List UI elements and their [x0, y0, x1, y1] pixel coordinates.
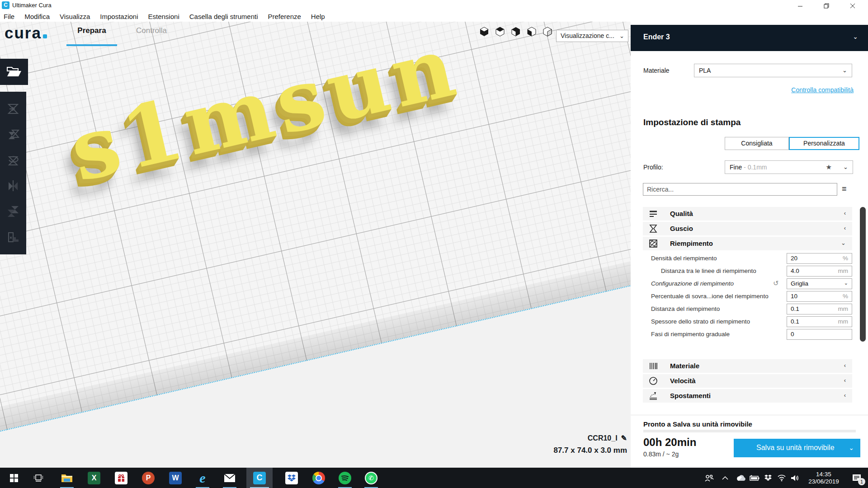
profile-dropdown[interactable]: Fine - 0.1mm ★ ⌄ [725, 160, 853, 174]
view-cube5-icon[interactable] [542, 26, 552, 37]
model-name[interactable]: CCR10_I✎ [553, 434, 627, 442]
menu-visualizza[interactable]: Visualizza [55, 13, 95, 20]
windows-taskbar: X P W e C [0, 468, 868, 488]
wifi-icon[interactable] [775, 468, 788, 488]
menu-preferenze[interactable]: Preferenze [263, 13, 306, 20]
save-removable-button[interactable]: Salva su unità rimovibile ⌄ [734, 439, 860, 457]
dropbox-button[interactable] [281, 468, 302, 488]
powerpoint-button[interactable]: P [138, 468, 159, 488]
star-icon[interactable]: ★ [826, 161, 832, 174]
chevron-down-icon: ⌄ [842, 64, 847, 77]
category-shell[interactable]: Guscio‹ [643, 222, 852, 235]
print-time: 00h 20min [643, 436, 696, 449]
clock-time: 14:35 [802, 471, 845, 478]
open-file-button[interactable] [0, 59, 28, 85]
dropbox-tray-icon[interactable] [761, 468, 775, 488]
recommended-mode-button[interactable]: Consigliata [725, 137, 789, 150]
printer-selector[interactable]: Ender 3 ⌄ [631, 25, 868, 51]
tab-controlla[interactable]: Controlla [133, 26, 170, 35]
mail-button[interactable] [219, 468, 240, 488]
task-view-button[interactable] [28, 468, 49, 488]
material-icon [648, 361, 658, 371]
chevron-left-icon: ‹ [844, 392, 846, 399]
menu-modifica[interactable]: Modifica [19, 13, 55, 20]
category-material[interactable]: Materiale‹ [643, 359, 852, 373]
save-section: Pronto a Salva su unità rimovibile 00h 2… [631, 415, 868, 468]
menu-impostazioni[interactable]: Impostazioni [95, 13, 143, 20]
support-blocker-icon[interactable] [6, 230, 20, 244]
settings-menu-icon[interactable]: ≡ [842, 184, 847, 194]
word-button[interactable]: W [165, 468, 186, 488]
category-speed[interactable]: Velocità‹ [643, 374, 852, 388]
infill-overlap-input[interactable]: 10% [787, 291, 852, 302]
cura-taskbar-button[interactable]: C [246, 468, 273, 488]
close-button[interactable] [842, 0, 863, 12]
reset-icon[interactable]: ↺ [773, 279, 779, 287]
menu-help[interactable]: Help [306, 13, 330, 20]
rotate-tool-icon[interactable] [6, 154, 20, 167]
whatsapp-button[interactable]: ✆ [361, 468, 382, 488]
check-compatibility-link[interactable]: Controlla compatibilità [791, 86, 854, 94]
printer-name: Ender 3 [643, 33, 670, 41]
maximize-button[interactable] [816, 0, 837, 12]
setting-infill-pattern: Configurazione di riempimento ↺ Griglia⌄ [643, 278, 852, 289]
material-dropdown[interactable]: PLA⌄ [694, 64, 852, 77]
internet-explorer-button[interactable]: e [192, 468, 213, 488]
search-settings-input[interactable]: Ricerca... [643, 183, 837, 196]
menu-file[interactable]: File [0, 13, 19, 20]
category-quality[interactable]: Qualità‹ [643, 207, 852, 221]
category-travel[interactable]: Spostamenti‹ [643, 389, 852, 403]
view-layer-icon[interactable] [511, 26, 521, 37]
onedrive-icon[interactable] [734, 468, 748, 488]
gradual-infill-input[interactable]: 0 [787, 329, 852, 340]
menu-estensioni[interactable]: Estensioni [143, 13, 184, 20]
setting-infill-line-distance: Distanza tra le linee di riempimento 4.0… [643, 266, 852, 277]
edit-name-icon[interactable]: ✎ [621, 434, 627, 442]
category-infill[interactable]: Riempimento⌄ [643, 237, 852, 250]
custom-mode-button[interactable]: Personalizzata [789, 137, 859, 150]
view-mode-dropdown[interactable]: Visualizzazione c...⌄ [556, 30, 628, 42]
shell-icon [648, 224, 658, 234]
model-dimensions: 87.7 x 74.0 x 3.0 mm [553, 446, 627, 455]
chrome-button[interactable] [308, 468, 329, 488]
minimize-button[interactable] [790, 0, 811, 12]
notification-badge: 1 [858, 478, 865, 485]
menu-casella-strumenti[interactable]: Casella degli strumenti [184, 13, 263, 20]
excel-button[interactable]: X [84, 468, 104, 488]
infill-layer-thickness-input[interactable]: 0.1mm [787, 316, 852, 327]
chevron-down-icon: ⌄ [619, 30, 624, 42]
chevron-left-icon: ‹ [844, 225, 846, 231]
tab-prepara[interactable]: Prepara [66, 26, 117, 35]
spotify-button[interactable] [335, 468, 355, 488]
volume-icon[interactable] [788, 468, 802, 488]
notification-center-button[interactable]: 1 [845, 468, 868, 488]
setting-infill-overlap: Percentuale di sovra...ione del riempime… [643, 291, 852, 302]
tool-strip [0, 92, 26, 254]
scale-tool-icon[interactable] [6, 128, 20, 141]
move-tool-icon[interactable] [6, 102, 20, 116]
chevron-down-icon: ⌄ [853, 33, 858, 40]
scrollbar-thumb[interactable] [860, 207, 866, 342]
infill-wipe-distance-input[interactable]: 0.1mm [787, 304, 852, 314]
view-cube4-icon[interactable] [527, 26, 537, 37]
tray-expand-icon[interactable] [716, 468, 734, 488]
taskbar-clock[interactable]: 14:35 23/06/2019 [802, 471, 845, 485]
mirror-tool-icon[interactable] [6, 179, 20, 192]
viewport-3d[interactable]: s1msun cura Prepara Controlla Visualizza… [0, 22, 631, 468]
infill-pattern-dropdown[interactable]: Griglia⌄ [787, 278, 852, 289]
progress-bar [643, 430, 856, 432]
file-explorer-button[interactable] [57, 468, 77, 488]
battery-icon[interactable] [748, 468, 761, 488]
infill-line-distance-input[interactable]: 4.0mm [787, 266, 852, 277]
cura-app-icon: C [2, 1, 9, 9]
chevron-left-icon: ‹ [844, 362, 846, 369]
people-icon[interactable] [703, 468, 716, 488]
per-model-settings-icon[interactable] [6, 205, 20, 218]
material-usage: 0.83m / ~ 2g [643, 450, 679, 458]
open-folder-icon [6, 66, 22, 78]
view-xray-icon[interactable] [495, 26, 505, 37]
infill-density-input[interactable]: 20% [787, 253, 852, 264]
start-button[interactable] [4, 468, 24, 488]
gift-app-button[interactable] [111, 468, 132, 488]
view-solid-icon[interactable] [479, 26, 489, 37]
